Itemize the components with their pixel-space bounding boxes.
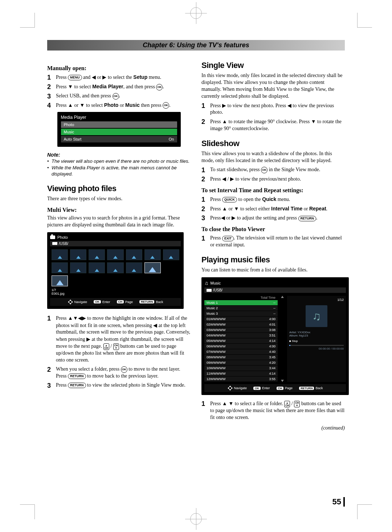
thumbnail-empty (163, 262, 179, 273)
step: Press ▶ to view the next photo. Press ◀ … (201, 102, 345, 116)
thumbnail (107, 249, 123, 260)
music-info-panel: 1/12 ♫ Artist: YXXDDxx Album: fdg123 ■ S… (287, 296, 346, 382)
manually-open-heading: Manually open: (47, 65, 191, 72)
music-footer: Navigate OKEnter CHPage RETURNBack (204, 384, 346, 392)
content-columns: Manually open: Press MENU and ◀ or ▶ to … (47, 61, 345, 433)
arrow-up-icon (281, 296, 284, 298)
music-body: Total Time Music 1--Music 2--Music 3--01… (204, 296, 346, 382)
chapter-title-bar: Chapter 6: Using the TV's features (47, 40, 345, 51)
thumbnail (107, 262, 123, 273)
step: Press ▲▼◀▶ to move the highlight in one … (47, 315, 191, 364)
footer-back: RETURNBack (299, 386, 323, 390)
thumbnail (89, 262, 105, 273)
music-row: 12WWWWW3:55 (204, 376, 278, 382)
single-view-heading: Single View (201, 61, 345, 70)
music-row: 04WWWWW3:51 (204, 333, 278, 338)
ok-button-icon: OK (261, 167, 268, 173)
ok-button-icon: OK (121, 366, 127, 373)
ok-button-icon: OK (113, 93, 119, 100)
music-row: 11WWWWW4:14 (204, 371, 278, 376)
photo-header: Photo (50, 235, 181, 239)
music-row: 06WWWWW4:00 (204, 344, 278, 349)
ch-up-icon: ▲CH (103, 343, 109, 350)
viewing-intro: There are three types of view modes. (47, 196, 191, 202)
photo-path: /USB/ (50, 241, 181, 246)
thumbnail (70, 249, 86, 260)
thumbnail (52, 249, 68, 260)
ch-down-icon: CH▼ (113, 343, 119, 350)
thumbnail (126, 262, 142, 273)
step: Press ◀ / ▶ to view the previous/next ph… (201, 176, 345, 183)
crop-mark (20, 504, 35, 519)
continued-label: (continued) (201, 425, 345, 432)
music-note-icon: ♫ (204, 280, 208, 286)
music-row: 07WWWWW4:40 (204, 349, 278, 354)
step: Press QUICK to open the Quick menu. (201, 196, 345, 203)
thumbnail (163, 249, 179, 260)
ch-down-icon: CH▼ (294, 401, 300, 407)
photo-meta: 1/7 E001.jpg (52, 289, 181, 296)
footer-page: CHPage (277, 386, 293, 390)
music-path: /USB/ (204, 287, 346, 293)
thumbnail (70, 262, 86, 273)
return-button-icon: RETURN (68, 374, 86, 379)
step: When you select a folder, press OK to mo… (47, 366, 191, 380)
thumbnail (52, 262, 68, 273)
camera-icon (50, 235, 55, 239)
album-art-placeholder: ♫ (306, 305, 327, 327)
manually-open-steps: Press MENU and ◀ or ▶ to select the Setu… (47, 74, 191, 109)
note-item: The viewer will also open even if there … (47, 158, 191, 165)
step: Press ▲ to rotate the image 90° clockwis… (201, 118, 345, 132)
music-row: 08WWWWW3:45 (204, 355, 278, 360)
close-viewer-heading: To close the Photo Viewer (201, 226, 345, 233)
crop-mark (20, 13, 35, 28)
ok-button-icon: OK (163, 102, 169, 109)
slideshow-heading: Slideshow (201, 139, 345, 148)
music-row: 05WWWWW4:14 (204, 338, 278, 343)
music-steps: Press ▲ ▼ to select a file or folder. ▲C… (201, 400, 345, 421)
music-row: 03WWWWW3:08 (204, 327, 278, 332)
close-viewer-steps: Press EXIT. The television will return t… (201, 235, 345, 249)
interval-steps: Press QUICK to open the Quick menu. Pres… (201, 196, 345, 222)
registration-mark (190, 513, 202, 525)
photo-footer: Navigate OKEnter CHPage RETURNBack (50, 298, 181, 306)
scroll-arrows (281, 296, 284, 382)
crop-mark (357, 13, 372, 28)
thumbnail (89, 249, 105, 260)
step: Press ▲ or ▼ to select either Interval T… (201, 205, 345, 213)
playing-music-intro: You can listen to music from a list of a… (201, 267, 345, 274)
step: Press ▲ ▼ to select a file or folder. ▲C… (201, 400, 345, 421)
single-view-steps: Press ▶ to view the next photo. Press ◀ … (201, 102, 345, 133)
thumbnail-selected (144, 262, 161, 273)
thumbnail (144, 249, 161, 260)
menu-title: Media Player (61, 115, 177, 120)
music-row: Music 3-- (204, 311, 278, 316)
media-player-menu-graphic: Media Player Photo Music Auto StartOn (57, 112, 181, 147)
music-row: 10WWWWW3:44 (204, 366, 278, 371)
music-row: 09WWWWW4:20 (204, 360, 278, 365)
left-column: Manually open: Press MENU and ◀ or ▶ to … (47, 61, 191, 433)
menu-item-photo: Photo (61, 121, 177, 128)
menu-item-music: Music (61, 129, 177, 135)
photo-grid-graphic: Photo /USB/ (47, 232, 184, 309)
step: To start slideshow, press OK in the Sing… (201, 166, 345, 173)
page-number-bar-icon (343, 497, 345, 507)
crop-mark (357, 504, 372, 519)
music-row: Music 1-- (204, 300, 278, 305)
footer-enter: OKEnter (94, 300, 110, 304)
slideshow-body: This view allows you to watch a slidesho… (201, 150, 345, 164)
viewing-photo-heading: Viewing photo files (47, 184, 191, 193)
footer-navigate: Navigate (68, 299, 87, 305)
registration-mark (190, 7, 202, 19)
exit-button-icon: EXIT (222, 236, 234, 241)
return-button-icon: RETURN (68, 383, 86, 388)
step: Press◀ or ▶ to adjust the setting and pr… (201, 214, 345, 222)
progress-bar (289, 345, 344, 346)
quick-button-icon: QUICK (222, 197, 237, 202)
ch-up-icon: ▲CH (284, 401, 290, 407)
single-view-body: In this view mode, only files located in… (201, 72, 345, 100)
playing-music-heading: Playing music files (201, 255, 345, 265)
multiview-heading: Multi View: (47, 207, 191, 213)
music-list-graphic: ♫ Music /USB/ Total Time Music 1--Music … (201, 277, 349, 395)
arrow-down-icon (281, 380, 284, 382)
